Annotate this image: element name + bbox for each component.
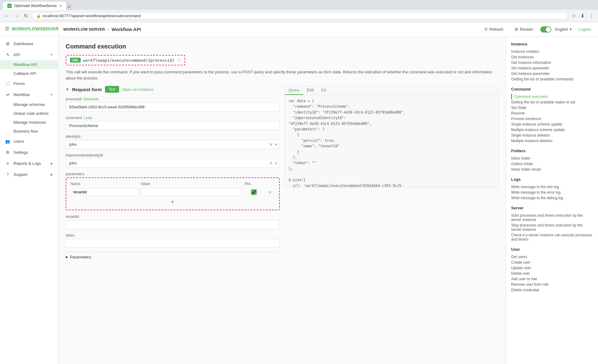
identityid-clear-button[interactable]: ✕	[269, 142, 273, 147]
processid-input[interactable]	[66, 103, 280, 111]
link-add-user-to-role[interactable]: Add user to role	[511, 276, 593, 282]
params-section-chevron-icon: ▶	[66, 255, 68, 259]
param-persist-checkbox[interactable]	[245, 189, 263, 195]
reload-button[interactable]: ↻	[23, 12, 29, 20]
impersonated-select[interactable]: john	[66, 159, 280, 168]
sidebar-item-forms[interactable]: 📄 Forms	[0, 78, 58, 89]
sidebar-item-support[interactable]: ? Support ▶	[0, 169, 58, 180]
impersonated-clear-button[interactable]: ✕	[269, 161, 273, 166]
link-check-server[interactable]: Check if a server instance can execute p…	[511, 232, 593, 242]
back-button[interactable]: ←	[3, 12, 10, 20]
link-get-instances[interactable]: Get instances	[511, 54, 593, 60]
link-start-processes[interactable]: Start processes and timers execution by …	[511, 213, 593, 223]
link-available-commands[interactable]: Getting the list of available commands	[511, 76, 593, 82]
refresh-button[interactable]: ↺ Refresh	[480, 25, 507, 33]
sidebar-item-api[interactable]: ✎ API ▼	[0, 49, 58, 60]
refresh-icon: ↺	[484, 27, 487, 32]
content-area: Command execution URL workflowapi/execut…	[58, 37, 506, 364]
url-badge: URL	[70, 58, 81, 63]
link-single-scheme-update[interactable]: Single instance scheme update	[511, 122, 593, 127]
sidebar-item-dashboard[interactable]: ⊞ Dashboard	[0, 38, 58, 49]
sidebar-item-workflow[interactable]: ⇌ Workflow ▼	[0, 89, 58, 100]
open-instance-button[interactable]: Open an instance	[122, 87, 153, 92]
form-section-header[interactable]: ▼ Request form Test Open an instance	[66, 86, 280, 93]
language-selector[interactable]: English ▼	[555, 27, 573, 32]
link-update-user[interactable]: Update user	[511, 265, 593, 271]
sidebar-menu-button[interactable]: ☰	[5, 26, 9, 32]
link-process-existence[interactable]: Process existence	[511, 116, 593, 122]
sidebar-item-manage-schemes[interactable]: Manage schemes	[0, 100, 58, 109]
link-outbox-folder[interactable]: Outbox folder	[511, 161, 593, 167]
sidebar-item-business-flow[interactable]: Business flow	[0, 127, 58, 136]
sidebar-item-callback-api[interactable]: Callback API	[0, 69, 58, 78]
form-collapse-icon: ▼	[66, 87, 69, 91]
link-write-error-log[interactable]: Write message to the error log	[511, 190, 593, 195]
link-create-user[interactable]: Create user	[511, 260, 593, 265]
address-bar[interactable]: 🔒 localhost:8077/?apanel=workflowapi#exe…	[32, 12, 568, 20]
toggle-switch[interactable]	[540, 26, 551, 33]
code-tab-csharp[interactable]: C#	[317, 86, 329, 95]
url-info-icon[interactable]: ⓘ	[177, 57, 181, 63]
code-tab-jquery[interactable]: jQuery	[285, 86, 303, 95]
main-area: WORKFLOW SERVER › Workflow API ↺ Refresh…	[58, 22, 598, 364]
param-name-input[interactable]	[71, 188, 138, 196]
link-inbox-folder[interactable]: Inbox folder	[511, 156, 593, 161]
link-get-instance-param[interactable]: Get instance parameter	[511, 71, 593, 76]
link-command-execution[interactable]: Command execution	[511, 94, 593, 99]
identityid-field-group: identityId john ✕ ▼	[66, 134, 280, 149]
params-section-header[interactable]: ▶ Parameters:	[66, 252, 280, 262]
link-remove-user-from-role[interactable]: Remove user from role	[511, 282, 593, 287]
link-single-instance-deletion[interactable]: Single instance deletion	[511, 133, 593, 138]
token-input[interactable]	[66, 239, 280, 248]
command-field-group: command Load	[66, 116, 280, 130]
sidebar-item-workflow-api[interactable]: Workflow API	[0, 60, 58, 69]
link-set-state[interactable]: Set State	[511, 105, 593, 110]
sidebar-item-manage-instances[interactable]: Manage instances	[0, 118, 58, 127]
download-button[interactable]: ⬇	[579, 12, 586, 20]
link-get-users[interactable]: Get users	[511, 254, 593, 260]
restart-button[interactable]: ⚙ Restart	[511, 25, 537, 33]
link-available-states[interactable]: Getting the list of available states to …	[511, 99, 593, 105]
link-multiple-scheme-update[interactable]: Multiple instance scheme update	[511, 127, 593, 133]
parameters-table-wrapper: Name Value Per...	[66, 177, 280, 210]
link-delete-credential[interactable]: Delete credential	[511, 287, 593, 293]
parameters-label: parameters	[66, 172, 280, 176]
sidebar-item-settings[interactable]: ⚙ Settings	[0, 147, 58, 158]
processid-label-text: processid	[66, 97, 81, 101]
generate-link[interactable]: Generate	[83, 97, 99, 101]
command-input[interactable]	[66, 121, 280, 130]
add-parameter-button[interactable]: +	[69, 197, 277, 207]
link-get-instance-info[interactable]: Get instance information	[511, 60, 593, 65]
link-inbox-folder-recalc[interactable]: Inbox folder recalc	[511, 167, 593, 172]
code-tab-es6[interactable]: ES6	[303, 86, 317, 95]
logout-button[interactable]: Logout	[576, 25, 593, 33]
link-instance-creation[interactable]: Instance creation	[511, 49, 593, 54]
menu-button[interactable]: ⋮	[588, 12, 595, 20]
sidebar-item-users[interactable]: 👥 Users	[0, 136, 58, 147]
test-button[interactable]: Test	[105, 86, 119, 93]
forward-button[interactable]: →	[13, 12, 20, 20]
bookmark-button[interactable]: ☆	[571, 12, 577, 20]
link-multiple-instance-deletion[interactable]: Multiple instance deletion	[511, 138, 593, 144]
identityid-select[interactable]: john	[66, 140, 280, 149]
tenantid-standalone-label: tenantId	[66, 215, 280, 219]
tab-close-btn[interactable]: ✕	[59, 4, 62, 8]
link-delete-user[interactable]: Delete user	[511, 271, 593, 276]
logo-server: SERVER	[40, 26, 58, 31]
command-label-text: command	[66, 116, 82, 120]
param-value-input[interactable]	[141, 188, 242, 196]
tenantid-input[interactable]	[66, 220, 280, 229]
link-set-instance-param[interactable]: Set instance parameter	[511, 65, 593, 71]
load-link[interactable]: Load	[84, 116, 92, 120]
link-resume[interactable]: Resume	[511, 110, 593, 116]
right-panel-user-section: User Get users Create user Update user D…	[511, 247, 593, 293]
link-write-debug-log[interactable]: Write message to the debug log	[511, 195, 593, 201]
link-stop-processes[interactable]: Stop processes and timers execution by t…	[511, 223, 593, 232]
new-tab-button[interactable]: +	[67, 4, 71, 10]
param-delete-button[interactable]: ✕	[266, 190, 275, 195]
sidebar-item-global-code[interactable]: Global code actions	[0, 109, 58, 118]
link-write-info-log[interactable]: Write message to the info log	[511, 184, 593, 190]
sidebar-item-reports-logs[interactable]: ≡ Reports & Logs ▶	[0, 158, 58, 169]
address-text: localhost:8077/?apanel=workflowapi#execu…	[43, 14, 141, 18]
request-form-section: ▼ Request form Test Open an instance pro…	[66, 86, 280, 262]
